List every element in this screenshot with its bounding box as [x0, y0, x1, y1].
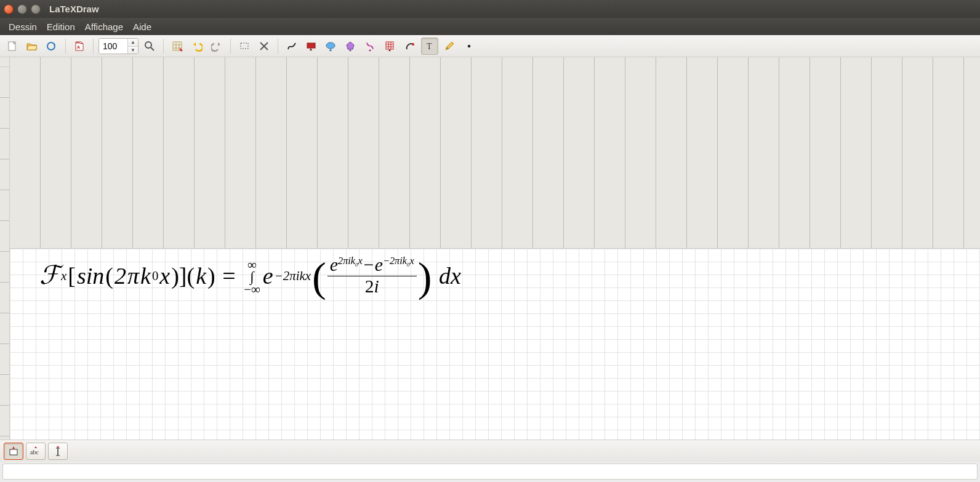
svg-point-20 — [412, 43, 414, 46]
latex-formula-object[interactable]: ℱx[sin(2πk0x)](k) = ∞∫−∞ e−2πikx ( e2πik… — [39, 255, 461, 297]
svg-rect-23 — [10, 449, 17, 455]
menu-edition[interactable]: Edition — [42, 19, 80, 34]
frame-toggle-button[interactable] — [4, 443, 23, 460]
zoom-button[interactable] — [141, 38, 158, 55]
rectangle-tool-button[interactable] — [303, 38, 320, 55]
polygon-tool-button[interactable] — [342, 38, 359, 55]
open-button[interactable] — [23, 38, 41, 55]
toolbar-separator — [278, 39, 278, 54]
window-close-button[interactable] — [4, 4, 14, 14]
status-input[interactable] — [2, 464, 978, 480]
zoom-input[interactable] — [99, 39, 127, 54]
selection-tool-button[interactable] — [236, 38, 253, 55]
zoom-step-up[interactable]: ▲ — [128, 39, 138, 46]
window-minimize-button[interactable] — [17, 4, 27, 14]
text-tool-button[interactable]: T — [421, 38, 438, 55]
svg-text:A: A — [77, 45, 80, 49]
menu-aide[interactable]: Aide — [128, 19, 156, 34]
arc-tool-button[interactable] — [401, 38, 419, 55]
toolbar-separator — [230, 39, 231, 54]
svg-rect-15 — [386, 42, 393, 49]
svg-point-1 — [47, 42, 55, 50]
pencil-tool-button[interactable] — [441, 38, 458, 55]
zoom-step-down[interactable]: ▼ — [128, 46, 138, 54]
toolbar-separator — [93, 39, 94, 54]
svg-point-3 — [145, 42, 151, 48]
svg-point-14 — [326, 42, 335, 49]
reload-button[interactable] — [43, 38, 60, 55]
dot-tool-button[interactable] — [460, 38, 478, 55]
main-toolbar: A ▲ ▼ — [0, 35, 980, 57]
zoom-spinner[interactable]: ▲ ▼ — [98, 38, 139, 54]
window-titlebar: LaTeXDraw — [0, 0, 980, 18]
menu-affichage[interactable]: Affichage — [80, 19, 128, 34]
bezier-tool-button[interactable] — [362, 38, 379, 55]
grid-toggle-button[interactable] — [169, 38, 186, 55]
vertical-ruler — [0, 67, 10, 440]
svg-point-22 — [468, 44, 470, 47]
ellipse-tool-button[interactable] — [323, 38, 340, 55]
window-title: LaTeXDraw — [49, 4, 99, 14]
svg-rect-13 — [307, 43, 315, 48]
grid-shape-tool-button[interactable] — [382, 38, 399, 55]
undo-button[interactable] — [188, 38, 206, 55]
window-maximize-button[interactable] — [31, 4, 41, 14]
delete-button[interactable] — [255, 38, 273, 55]
horizontal-ruler — [10, 57, 980, 249]
svg-text:abc: abc — [30, 449, 39, 456]
ruler-corner — [0, 57, 10, 67]
cursor-toggle-button[interactable] — [48, 443, 68, 460]
toolbar-separator — [163, 39, 164, 54]
toolbar-separator — [65, 39, 66, 54]
redo-button[interactable] — [208, 38, 225, 55]
freehand-tool-button[interactable] — [283, 38, 300, 55]
abc-toggle-button[interactable]: abc — [26, 443, 46, 460]
canvas-container: ℱx[sin(2πk0x)](k) = ∞∫−∞ e−2πikx ( e2πik… — [0, 57, 980, 440]
workarea: ℱx[sin(2πk0x)](k) = ∞∫−∞ e−2πikx ( e2πik… — [0, 57, 980, 482]
svg-line-4 — [151, 47, 154, 50]
drawing-canvas[interactable]: ℱx[sin(2πk0x)](k) = ∞∫−∞ e−2πikx ( e2πik… — [10, 249, 980, 440]
menubar: Dessin Edition Affichage Aide — [0, 18, 980, 35]
svg-text:T: T — [427, 42, 432, 51]
pdf-export-button[interactable]: A — [71, 38, 88, 55]
bottom-toolbar: abc — [0, 440, 980, 462]
menu-dessin[interactable]: Dessin — [4, 19, 42, 34]
new-doc-button[interactable] — [4, 38, 21, 55]
svg-rect-10 — [241, 43, 248, 49]
